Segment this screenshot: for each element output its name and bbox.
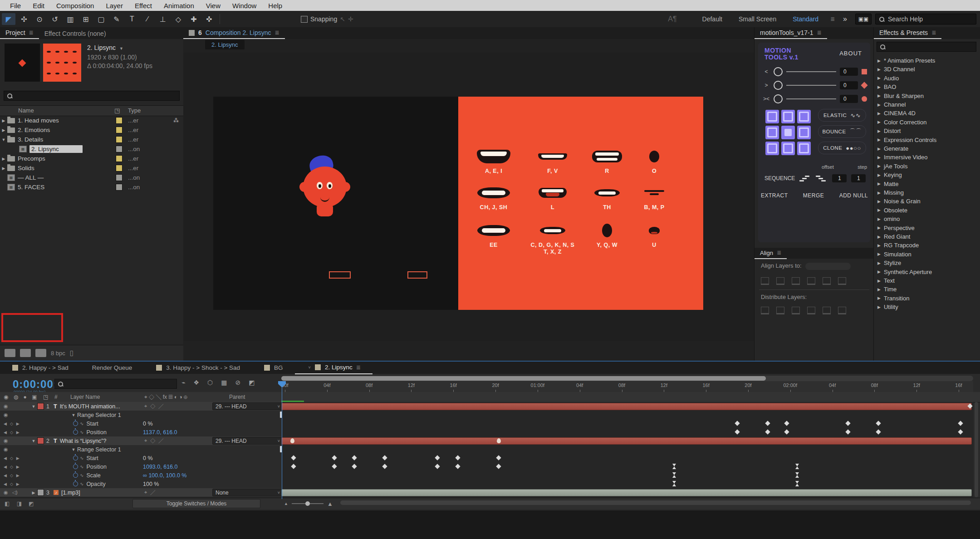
eye-icon[interactable]: ◉ bbox=[4, 490, 8, 495]
keyframe[interactable] bbox=[435, 455, 440, 460]
distribute-icon[interactable] bbox=[807, 307, 815, 314]
workspace-menu-icon[interactable]: ≣ bbox=[830, 16, 835, 22]
effects-category[interactable]: ▶Expression Controls bbox=[877, 136, 979, 144]
prev-keyframe-icon[interactable]: ◀ bbox=[4, 421, 7, 426]
keyframe[interactable] bbox=[352, 464, 357, 469]
add-keyframe-icon[interactable]: ◇ bbox=[10, 456, 13, 461]
keyframe[interactable] bbox=[846, 429, 851, 434]
twirl-icon[interactable]: ▶ bbox=[0, 128, 7, 132]
col-layer-name[interactable]: Layer Name bbox=[70, 394, 100, 400]
panel-menu-icon[interactable]: ≣ bbox=[931, 29, 936, 36]
layer-name[interactable]: What is “Lipsync”? bbox=[60, 438, 107, 444]
shape-tool-icon[interactable]: ▢ bbox=[94, 13, 108, 25]
next-keyframe-icon[interactable]: ▶ bbox=[16, 482, 20, 486]
project-item-name[interactable]: 2. Lipsync bbox=[31, 146, 59, 152]
prev-keyframe-icon[interactable]: ◀ bbox=[4, 473, 7, 478]
zoom-in-icon[interactable]: ▲ bbox=[327, 500, 333, 507]
graph-include-icon[interactable]: ∿ bbox=[80, 464, 83, 469]
keyframe[interactable] bbox=[784, 429, 789, 434]
new-folder-icon[interactable] bbox=[20, 349, 31, 357]
tab-effect-controls[interactable]: Effect Controls (none) bbox=[39, 28, 112, 39]
property-value[interactable]: 1093.0, 616.0 bbox=[143, 464, 177, 470]
add-keyframe-icon[interactable]: ◇ bbox=[10, 465, 13, 469]
twirl-icon[interactable]: ▶ bbox=[877, 225, 881, 230]
menu-composition[interactable]: Composition bbox=[51, 2, 99, 10]
align-icon[interactable] bbox=[823, 277, 831, 285]
stopwatch-icon[interactable] bbox=[73, 464, 78, 469]
prop-row[interactable]: ◀◇▶∿Opacity100 % bbox=[0, 480, 281, 489]
label-color[interactable] bbox=[116, 117, 122, 124]
effects-category[interactable]: ▶RG Trapcode bbox=[877, 241, 979, 250]
property-value[interactable]: ∞ 100.0, 100.0 % bbox=[143, 472, 186, 479]
track-row[interactable] bbox=[281, 419, 973, 428]
project-row[interactable]: ▶Solids...er bbox=[0, 163, 183, 173]
property-value[interactable]: 1137.0, 616.0 bbox=[143, 429, 177, 436]
property-name[interactable]: Position bbox=[86, 429, 106, 436]
timeline-tab[interactable]: BG bbox=[252, 362, 295, 374]
zoom-slider-knob[interactable] bbox=[305, 501, 310, 506]
keyframe[interactable] bbox=[332, 455, 337, 460]
eye-icon[interactable]: ◉ bbox=[4, 403, 8, 409]
twirl-icon[interactable]: ▶ bbox=[877, 252, 881, 256]
graph-include-icon[interactable]: ∿ bbox=[80, 473, 83, 478]
effects-category[interactable]: ▶omino bbox=[877, 215, 979, 223]
effects-category[interactable]: ▶Text bbox=[877, 276, 979, 285]
keyframe[interactable] bbox=[382, 455, 387, 460]
add-keyframe-icon[interactable]: ◇ bbox=[10, 430, 13, 435]
effects-category[interactable]: ▶Time bbox=[877, 285, 979, 294]
stopwatch-icon[interactable] bbox=[73, 473, 78, 478]
workspace-standard[interactable]: Standard bbox=[784, 15, 827, 23]
project-item-name[interactable]: 1. Head moves bbox=[18, 117, 59, 124]
selector-name[interactable]: Range Selector 1 bbox=[77, 412, 121, 418]
label-color[interactable] bbox=[116, 165, 122, 172]
apply-square-icon[interactable] bbox=[862, 69, 867, 74]
bounce-button[interactable]: BOUNCE⌒⌒ bbox=[818, 125, 866, 138]
keyframe[interactable] bbox=[735, 429, 740, 434]
twirl-icon[interactable]: ▶ bbox=[877, 103, 881, 107]
draft-3d-icon[interactable]: ❖ bbox=[193, 379, 199, 386]
track-row[interactable] bbox=[281, 445, 973, 454]
snapping-checkbox[interactable] bbox=[301, 16, 308, 23]
pen-tool-icon[interactable]: ✎ bbox=[110, 13, 123, 25]
layer-switches[interactable]: ⌖ ◇ ╱ bbox=[144, 403, 164, 409]
next-keyframe-icon[interactable]: ▶ bbox=[16, 465, 20, 469]
motion-blur-icon[interactable]: ⊘ bbox=[235, 379, 240, 386]
puppet-pin-tool-icon[interactable]: ✜ bbox=[202, 13, 216, 25]
effects-category[interactable]: ▶Synthetic Aperture bbox=[877, 268, 979, 276]
twirl-icon[interactable]: ▶ bbox=[877, 199, 881, 204]
prop-row[interactable]: ◀◇▶∿Start0 % bbox=[0, 419, 281, 428]
prop-row[interactable]: ◀◇▶∿Position1137.0, 616.0 bbox=[0, 428, 281, 437]
eye-icon[interactable]: ◉ bbox=[4, 438, 8, 444]
label-color[interactable] bbox=[116, 146, 122, 152]
anchor-cell[interactable] bbox=[797, 110, 811, 123]
trash-icon[interactable]: ▯ bbox=[70, 349, 74, 357]
hide-shy-layers-icon[interactable]: ⬡ bbox=[207, 379, 213, 386]
easing-value[interactable]: 0 bbox=[840, 68, 858, 76]
twirl-icon[interactable]: ▶ bbox=[877, 243, 881, 248]
keyframe[interactable] bbox=[291, 455, 296, 460]
anchor-cell[interactable] bbox=[765, 110, 779, 123]
twirl-icon[interactable]: ▶ bbox=[877, 59, 881, 63]
keyframe[interactable] bbox=[735, 421, 740, 426]
layer-row[interactable]: ◉▼1TIt's MOUTH animation...⌖ ◇ ╱29. --- … bbox=[0, 402, 281, 411]
effects-category[interactable]: ▶Transition bbox=[877, 294, 979, 303]
track-row[interactable] bbox=[281, 471, 973, 480]
parent-select[interactable]: 29. --- HEAD˅ bbox=[212, 437, 283, 445]
layer-name[interactable]: It's MOUTH animation... bbox=[60, 403, 120, 410]
twirl-icon[interactable]: ▶ bbox=[877, 173, 881, 177]
distribute-icon[interactable] bbox=[761, 307, 769, 314]
eraser-tool-icon[interactable]: ◇ bbox=[172, 13, 185, 25]
effects-category[interactable]: ▶Keying bbox=[877, 171, 979, 179]
effects-category[interactable]: ▶Noise & Grain bbox=[877, 197, 979, 206]
panel-menu-icon[interactable]: ≣ bbox=[777, 250, 781, 256]
timeline-vscrollbar[interactable] bbox=[975, 402, 978, 497]
easing-value[interactable]: 0 bbox=[840, 95, 858, 103]
sequence-offset-value[interactable]: 1 bbox=[832, 174, 847, 182]
slider-knob[interactable] bbox=[774, 94, 783, 103]
layer-switches[interactable]: ⌖ ◇ ╱ bbox=[144, 438, 164, 444]
layer-duration-bar[interactable] bbox=[281, 489, 972, 496]
property-name[interactable]: Position bbox=[86, 464, 106, 470]
graph-include-icon[interactable]: ∿ bbox=[80, 421, 83, 426]
project-row[interactable]: ▦— ALL —...on bbox=[0, 173, 183, 182]
menu-layer[interactable]: Layer bbox=[100, 2, 128, 10]
